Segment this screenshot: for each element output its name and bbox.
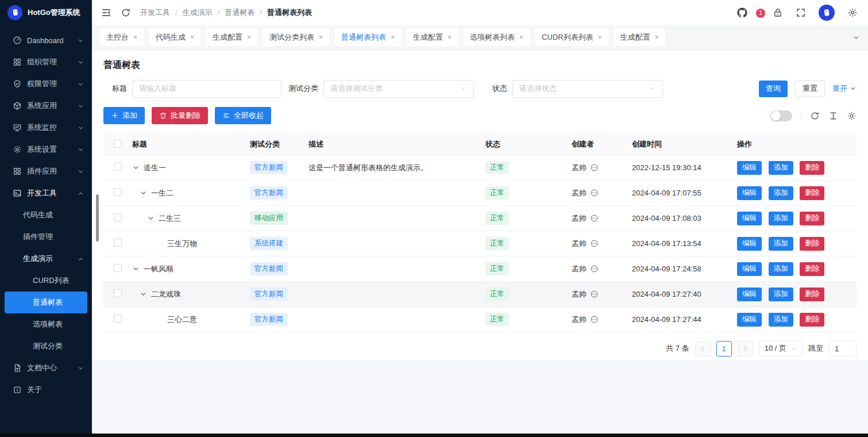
tab-close-icon[interactable]: ×	[655, 33, 659, 41]
tab-close-icon[interactable]: ×	[247, 33, 251, 41]
expand-chevron-icon[interactable]	[147, 214, 155, 222]
edit-button[interactable]: 编辑	[737, 313, 762, 327]
expand-chevron-icon[interactable]	[132, 265, 140, 273]
lock-icon[interactable]	[773, 7, 783, 18]
sidebar-item-关于[interactable]: 关于	[0, 379, 92, 401]
page-size-select[interactable]: 10 / 页	[759, 340, 803, 356]
expand-chevron-icon[interactable]	[132, 164, 140, 171]
creator-info-icon[interactable]	[590, 239, 599, 248]
sidebar-item-插件管理[interactable]: 插件管理	[0, 226, 92, 248]
creator-info-icon[interactable]	[590, 163, 599, 172]
delete-button[interactable]: 删除	[800, 288, 824, 301]
edit-button[interactable]: 编辑	[737, 262, 762, 276]
reload-icon[interactable]	[121, 7, 131, 18]
sidebar-item-CURD列表[interactable]: CURD列表	[0, 270, 92, 292]
creator-info-icon[interactable]	[590, 189, 599, 197]
sidebar-item-普通树表[interactable]: 普通树表	[5, 292, 87, 313]
tab-CUDR列表列表[interactable]: CUDR列表列表 ×	[535, 29, 608, 46]
add-button[interactable]: 添加	[103, 107, 145, 124]
tab-生成配置[interactable]: 生成配置 ×	[206, 29, 257, 46]
tab-close-icon[interactable]: ×	[190, 33, 194, 41]
row-checkbox[interactable]	[114, 264, 122, 272]
creator-info-icon[interactable]	[590, 315, 599, 324]
expand-chevron-icon[interactable]	[140, 189, 147, 197]
prev-page-button[interactable]	[695, 341, 711, 356]
sidebar-item-系统应用[interactable]: 系统应用	[0, 95, 92, 117]
creator-info-icon[interactable]	[590, 290, 599, 298]
next-page-button[interactable]	[738, 341, 753, 356]
sidebar-item-代码生成[interactable]: 代码生成	[0, 204, 92, 226]
row-add-button[interactable]: 添加	[769, 212, 793, 225]
row-add-button[interactable]: 添加	[769, 288, 793, 301]
user-avatar[interactable]	[819, 5, 835, 21]
menu-collapse-icon[interactable]	[101, 7, 111, 18]
tab-close-icon[interactable]: ×	[598, 33, 602, 41]
edit-button[interactable]: 编辑	[737, 186, 762, 200]
sidebar-item-插件应用[interactable]: 插件应用	[0, 160, 92, 182]
category-tag[interactable]: 官方新闻	[250, 313, 288, 326]
row-add-button[interactable]: 添加	[769, 186, 793, 200]
row-checkbox[interactable]	[114, 163, 122, 171]
expand-chevron-icon[interactable]	[140, 290, 147, 298]
delete-button[interactable]: 删除	[800, 237, 824, 251]
tabbar-chevron-down-icon[interactable]	[852, 34, 860, 41]
sidebar-item-开发工具[interactable]: 开发工具	[0, 182, 92, 204]
category-tag[interactable]: 官方新闻	[250, 161, 288, 174]
tab-close-icon[interactable]: ×	[447, 33, 452, 41]
tab-代码生成[interactable]: 代码生成 ×	[149, 29, 200, 46]
sidebar-item-Dashboard[interactable]: Dashboard	[0, 29, 92, 51]
sidebar-item-权限管理[interactable]: 权限管理	[0, 73, 92, 95]
row-checkbox[interactable]	[114, 239, 122, 247]
edit-button[interactable]: 编辑	[737, 212, 762, 225]
jump-to-page-input[interactable]: 1	[829, 340, 857, 356]
delete-button[interactable]: 删除	[800, 161, 824, 175]
row-density-icon[interactable]	[828, 111, 838, 121]
search-button[interactable]: 查询	[759, 80, 788, 97]
delete-button[interactable]: 删除	[800, 313, 824, 327]
sidebar-item-测试分类[interactable]: 测试分类	[0, 335, 92, 357]
row-checkbox[interactable]	[114, 289, 122, 297]
collapse-all-button[interactable]: 全部收起	[215, 107, 271, 124]
status-filter-select[interactable]: 请选择状态	[512, 80, 663, 98]
row-checkbox[interactable]	[114, 213, 122, 221]
category-filter-select[interactable]: 请选择测试分类	[323, 80, 474, 98]
github-icon[interactable]	[737, 7, 747, 18]
tab-普通树表列表[interactable]: 普通树表列表 ×	[335, 29, 401, 46]
sidebar-item-生成演示[interactable]: 生成演示	[0, 248, 92, 270]
select-all-checkbox[interactable]	[114, 140, 122, 148]
edit-button[interactable]: 编辑	[737, 161, 762, 175]
title-filter-input[interactable]: 请输入标题	[132, 80, 281, 98]
edit-button[interactable]: 编辑	[737, 288, 762, 301]
striped-toggle[interactable]	[770, 110, 792, 121]
page-number-button[interactable]: 1	[716, 341, 732, 356]
tab-close-icon[interactable]: ×	[391, 33, 395, 41]
tab-close-icon[interactable]: ×	[319, 33, 323, 41]
column-settings-gear-icon[interactable]	[847, 111, 857, 121]
delete-button[interactable]: 删除	[800, 262, 824, 276]
row-checkbox[interactable]	[114, 315, 122, 323]
category-tag[interactable]: 官方新闻	[250, 186, 288, 200]
row-checkbox[interactable]	[114, 188, 122, 196]
reset-button[interactable]: 重置	[795, 80, 825, 97]
app-logo[interactable]: HotGo管理系统	[0, 0, 92, 25]
row-add-button[interactable]: 添加	[769, 262, 793, 276]
fullscreen-icon[interactable]	[796, 7, 806, 18]
sidebar-item-选项树表[interactable]: 选项树表	[0, 313, 92, 335]
creator-info-icon[interactable]	[590, 264, 599, 273]
tab-生成配置[interactable]: 生成配置 ×	[407, 29, 458, 46]
category-tag[interactable]: 官方新闻	[250, 288, 288, 301]
breadcrumb-item[interactable]: 开发工具	[140, 7, 170, 18]
batch-delete-button[interactable]: 批量删除	[152, 107, 208, 124]
delete-button[interactable]: 删除	[800, 186, 824, 200]
category-tag[interactable]: 系统搭建	[250, 237, 288, 250]
row-add-button[interactable]: 添加	[769, 313, 793, 327]
sidebar-item-系统监控[interactable]: 系统监控	[0, 117, 92, 139]
expand-filters-link[interactable]: 展开	[832, 83, 857, 94]
tab-close-icon[interactable]: ×	[519, 33, 523, 41]
tab-close-icon[interactable]: ×	[133, 33, 137, 41]
refresh-table-icon[interactable]	[810, 111, 820, 121]
sidebar-scrollbar-thumb[interactable]	[96, 194, 99, 241]
delete-button[interactable]: 删除	[800, 212, 824, 225]
category-tag[interactable]: 官方新闻	[250, 262, 288, 275]
tab-主控台[interactable]: 主控台 ×	[100, 29, 144, 46]
